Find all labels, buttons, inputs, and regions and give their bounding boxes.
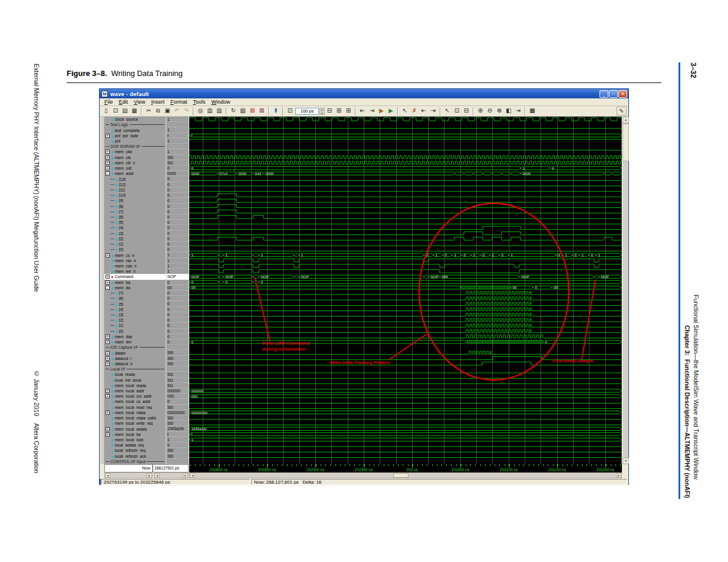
signal-value-mem-odt[interactable]: 0 [166,166,189,171]
signal-row-0[interactable]: ◆[0] [104,247,166,252]
signal-value-3[interactable]: 0 [166,231,189,236]
signal-row-mem-odt[interactable]: +◆mem_odt [104,166,166,171]
signal-value-4[interactable]: 0 [166,225,189,230]
goto-time-icon[interactable]: ⊡ [285,107,295,115]
signal-row-mem-addr[interactable]: -◆mem_addr [104,171,166,176]
simulate-icon[interactable]: ▧ [238,107,248,115]
signal-value-mem-ras-n[interactable]: 1 [166,258,189,263]
zoom-range-icon[interactable]: ◧ [504,107,513,115]
scrollbar-thumb[interactable] [622,124,629,161]
signal-row-mem-local-addr[interactable]: +◆mem_local_addr [104,388,166,394]
signal-value-local-refresh-ack[interactable]: St0 [166,454,189,459]
signal-value-2[interactable]: 0 [166,318,189,323]
scrollbar-thumb[interactable] [393,473,409,478]
expand-icon[interactable]: + [106,161,110,165]
signal-value-mem-clk-n[interactable]: St1 [166,160,189,166]
signal-row-9[interactable]: ◆[9] [104,198,166,203]
scroll-left-icon[interactable]: ◄ [105,473,110,478]
cut-icon[interactable]: ✂ [144,107,153,115]
open-folder-icon[interactable]: ⊡ [111,107,120,115]
signal-row-dataout-l[interactable]: +◆dataout_l [104,356,166,361]
signal-row-5[interactable]: ◆[5] [104,301,166,306]
scroll-down-icon[interactable]: ▼ [622,458,629,464]
scroll-right-icon[interactable]: ► [616,473,621,478]
signal-row-mem-local-rdata-valid[interactable]: ◆mem_local_rdata_valid [104,415,166,421]
signal-row-4[interactable]: ◆[4] [104,225,166,230]
signal-value-local-init-done[interactable]: St1 [166,378,189,383]
zoom-full-icon[interactable]: ⊗ [495,107,504,115]
find-icon[interactable]: ◎ [196,107,205,115]
signal-row-mem-local-write-req[interactable]: ◆mem_local_write_req [104,421,166,426]
signal-value-mem-dq[interactable]: 00 [166,285,189,290]
signal-value-12[interactable]: 0 [166,182,189,187]
collapse-icon[interactable]: ▥ [205,107,215,115]
signal-value-local-refresh-req[interactable]: St0 [166,448,189,453]
zoom-fit-step-icon[interactable]: ⊞ [344,107,353,115]
new-file-icon[interactable]: ▯ [101,107,111,115]
signal-value-mem-local-write-req[interactable]: St0 [166,421,189,426]
menu-view[interactable]: View [131,99,148,105]
signal-value-mem-local-wdata[interactable]: 1945a1fd [166,426,189,431]
expand-icon[interactable]: + [106,150,110,154]
wave-hscrollbar[interactable]: ◄ ► [189,472,622,478]
signal-value-local-ready[interactable]: St1 [166,372,189,377]
menu-format[interactable]: Format [167,99,190,105]
copy-icon[interactable]: ⧉ [153,107,163,115]
signal-row-dataout-h[interactable]: +◆dataout_h [104,361,166,366]
signal-value-13[interactable]: 0 [166,176,189,181]
group-value-empty[interactable] [166,122,189,127]
signal-value-local-wdata-req[interactable]: 0 [166,442,189,448]
signal-value-mem-local-read-req[interactable]: St0 [166,405,189,410]
expand-icon[interactable]: + [106,432,110,437]
expand-icon[interactable]: + [106,335,110,339]
signal-value-clock-source[interactable]: 1 [166,117,189,122]
expand-icon[interactable]: + [106,340,110,344]
values-hscrollbar[interactable]: ◄ ► [154,472,189,478]
minimize-button[interactable]: _ [599,90,608,98]
expand-icon[interactable]: + [106,275,110,279]
restart-icon[interactable]: ↻ [229,107,238,115]
signal-value-1[interactable]: 0 [166,242,189,247]
zoom-out-icon[interactable]: ⊖ [485,107,495,115]
scroll-left-icon[interactable]: ◄ [190,473,195,478]
signal-row-mem-local-cs-addr[interactable]: ◆mem_local_cs_addr [104,399,166,404]
window-titlebar[interactable]: M wave - default _ □ ✕ [100,89,628,98]
paste-icon[interactable]: ▣ [163,107,172,115]
signal-value-mem-we-n[interactable]: 1 [166,269,189,274]
group-value-empty[interactable] [166,459,189,464]
tab-right-icon[interactable]: ⇥ [429,107,438,115]
signal-row-0[interactable]: ◆[0] [104,329,166,334]
menu-tools[interactable]: Tools [190,99,208,105]
expand-icon[interactable]: + [106,253,110,257]
signal-value-mem-dm[interactable]: 0 [166,339,189,345]
signal-row-mem-cs-n[interactable]: +◆mem_cs_n [104,252,166,257]
signal-row-mem-dq[interactable]: -◆mem_dq [104,285,166,290]
signal-row-10[interactable]: ◆[10] [104,193,166,198]
expand-icon[interactable]: + [106,389,110,393]
signal-value-1[interactable]: 0 [166,323,189,328]
next-transition-icon[interactable]: ⇥ [367,107,377,115]
signal-row-6[interactable]: ◆[6] [104,296,166,301]
scroll-right-icon[interactable]: ► [147,473,152,478]
signal-row-mem-clk-n[interactable]: +◆mem_clk_n [104,160,166,166]
time-spinner[interactable]: ▲▼ [319,108,325,115]
signal-row-mem-local-read-req[interactable]: ◆mem_local_read_req [104,405,166,410]
signal-row-clock-source[interactable]: ◆clock_source [104,117,166,122]
signal-row-mem-local-rdata[interactable]: +◆mem_local_rdata [104,410,166,415]
signal-value-0[interactable]: 0 [166,247,189,252]
signal-row-2[interactable]: ◆[2] [104,236,166,242]
signal-value-11[interactable]: 0 [166,187,189,193]
signal-row-mem-local-col-addr[interactable]: +◆mem_local_col_addr [104,394,166,399]
signal-value-mem-local-col-addr[interactable]: 000 [166,394,189,399]
signal-row-mem-ras-n[interactable]: ◆mem_ras_n [104,258,166,263]
maximize-button[interactable]: □ [609,90,618,98]
signal-row-datain[interactable]: +◆datain [104,350,166,355]
expand-icon[interactable]: + [106,362,110,366]
save-icon[interactable]: ▤ [120,107,130,115]
tab-left-icon[interactable]: ⇤ [419,107,429,115]
vertical-scrollbar[interactable]: ▲ ▼ [622,117,628,464]
signal-value-mem-dqs[interactable]: 0 [166,334,189,339]
group-value-empty[interactable] [166,144,189,149]
stop-icon[interactable]: ⊠ [257,107,266,115]
menu-file[interactable]: File [101,99,116,105]
